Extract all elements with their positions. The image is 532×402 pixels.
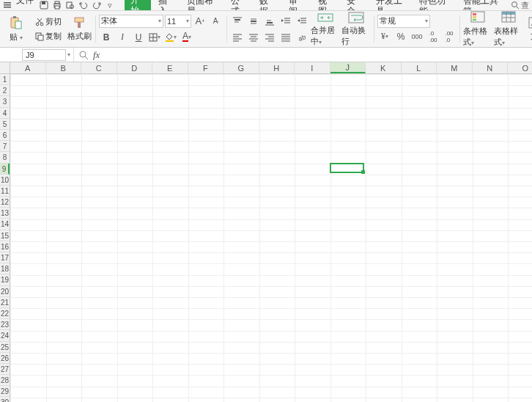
orientation-button[interactable]: ab xyxy=(295,30,309,45)
decrease-indent-button[interactable] xyxy=(295,14,309,29)
tab-smart-toolbox[interactable]: 智能工具箱 xyxy=(456,0,506,10)
fill-color-button[interactable]: ▾ xyxy=(163,30,178,45)
number-format-combo[interactable]: 常规 ▾ xyxy=(377,15,430,28)
column-header[interactable]: E xyxy=(152,62,188,73)
row-header[interactable]: 10 xyxy=(0,175,10,186)
font-name-combo[interactable]: 宋体 ▾ xyxy=(99,15,163,28)
row-header[interactable]: 25 xyxy=(0,342,10,353)
row-header[interactable]: 4 xyxy=(0,108,10,119)
tab-insert[interactable]: 插入 xyxy=(151,0,180,10)
paste-button[interactable]: 贴 ▾ xyxy=(1,12,31,46)
tab-start[interactable]: 开始 xyxy=(125,0,151,10)
increase-decimal-button[interactable]: .0.00 xyxy=(426,29,440,44)
grow-font-button[interactable]: A+ xyxy=(193,14,207,29)
row-header[interactable]: 18 xyxy=(0,263,10,274)
justify-button[interactable] xyxy=(278,30,293,45)
row-header[interactable]: 7 xyxy=(0,141,10,152)
copy-button[interactable]: 复制 xyxy=(32,30,64,43)
row-header[interactable]: 19 xyxy=(0,274,10,285)
select-all-corner[interactable] xyxy=(0,62,10,74)
row-header[interactable]: 20 xyxy=(0,286,10,297)
column-header[interactable]: N xyxy=(473,62,509,73)
tab-review[interactable]: 审阅 xyxy=(281,0,311,10)
row-header[interactable]: 27 xyxy=(0,364,10,375)
file-menu[interactable]: 文件 ▾ xyxy=(16,0,35,10)
align-top-button[interactable] xyxy=(230,14,245,29)
underline-button[interactable]: U xyxy=(131,30,146,45)
currency-button[interactable]: ¥▾ xyxy=(377,29,392,44)
name-box[interactable]: J9 xyxy=(22,49,66,61)
row-header[interactable]: 15 xyxy=(0,230,10,241)
row-header[interactable]: 17 xyxy=(0,252,10,263)
column-header[interactable]: M xyxy=(437,62,473,73)
table-style-button[interactable]: 表格样式▾ xyxy=(494,12,523,46)
column-header[interactable]: L xyxy=(402,62,437,73)
row-headers[interactable]: 1234567891011121314151617181920212223242… xyxy=(0,74,10,402)
row-header[interactable]: 8 xyxy=(0,152,10,163)
tab-security[interactable]: 安全 xyxy=(339,0,369,10)
row-header[interactable]: 1 xyxy=(0,74,10,85)
print-icon[interactable] xyxy=(53,0,62,10)
row-header[interactable]: 5 xyxy=(0,119,10,130)
column-header[interactable]: K xyxy=(366,62,402,73)
row-header[interactable]: 14 xyxy=(0,219,10,230)
comma-button[interactable]: 000 xyxy=(410,29,424,44)
row-header[interactable]: 2 xyxy=(0,85,10,96)
column-header[interactable]: F xyxy=(188,62,224,73)
align-center-button[interactable] xyxy=(246,30,261,45)
fill-handle[interactable] xyxy=(361,170,365,174)
column-header[interactable]: I xyxy=(295,62,330,73)
search-button[interactable]: 查 xyxy=(511,0,529,10)
row-header[interactable]: 29 xyxy=(0,386,10,397)
align-right-button[interactable] xyxy=(262,30,277,45)
align-bottom-button[interactable] xyxy=(262,14,277,29)
column-header[interactable]: J xyxy=(330,62,366,73)
align-left-button[interactable] xyxy=(230,30,245,45)
row-header[interactable]: 3 xyxy=(0,96,10,107)
row-header[interactable]: 13 xyxy=(0,208,10,219)
format-painter-button[interactable]: 格式刷 xyxy=(66,12,92,46)
column-header[interactable]: C xyxy=(81,62,117,73)
text-tools-button[interactable]: A 文 xyxy=(525,12,532,46)
font-color-button[interactable]: A ▾ xyxy=(180,30,194,45)
font-size-combo[interactable]: 11 ▾ xyxy=(165,15,191,28)
column-header[interactable]: G xyxy=(223,62,259,73)
wrap-text-button[interactable]: 自动换行 xyxy=(341,12,371,46)
row-header[interactable]: 21 xyxy=(0,297,10,308)
formula-input[interactable] xyxy=(104,49,528,61)
row-header[interactable]: 26 xyxy=(0,353,10,364)
app-menu-icon[interactable] xyxy=(3,0,12,10)
align-middle-button[interactable] xyxy=(246,14,261,29)
increase-indent-button[interactable] xyxy=(278,14,293,29)
row-header[interactable]: 11 xyxy=(0,186,10,197)
column-header[interactable]: H xyxy=(259,62,295,73)
row-header[interactable]: 6 xyxy=(0,130,10,141)
spreadsheet-grid[interactable]: ABCDEFGHIJKLMNO 123456789101112131415161… xyxy=(0,62,532,402)
fx-icon[interactable]: fx xyxy=(93,49,100,61)
conditional-format-button[interactable]: 条件格式▾ xyxy=(463,12,492,46)
cells-area[interactable] xyxy=(10,74,532,402)
merge-center-button[interactable]: 合并居中▾ xyxy=(311,12,340,46)
column-header[interactable]: D xyxy=(117,62,153,73)
row-header[interactable]: 24 xyxy=(0,330,10,341)
row-header[interactable]: 23 xyxy=(0,319,10,330)
border-button[interactable]: ▾ xyxy=(147,30,162,45)
cut-button[interactable]: 剪切 xyxy=(32,15,64,29)
tab-formulas[interactable]: 公式 xyxy=(223,0,253,10)
bold-button[interactable]: B xyxy=(99,30,114,45)
row-header[interactable]: 22 xyxy=(0,308,10,319)
name-box-dropdown[interactable]: ▾ xyxy=(67,51,70,58)
decrease-decimal-button[interactable]: .00.0 xyxy=(442,29,457,44)
column-header[interactable]: B xyxy=(46,62,82,73)
print-preview-icon[interactable] xyxy=(66,0,75,10)
shrink-font-button[interactable]: A- xyxy=(209,14,223,29)
tab-special[interactable]: 特色功能 xyxy=(412,0,455,10)
tab-developer[interactable]: 开发工具 xyxy=(369,0,412,10)
row-header[interactable]: 28 xyxy=(0,375,10,386)
function-wizard-icon[interactable] xyxy=(78,50,89,60)
row-header[interactable]: 16 xyxy=(0,241,10,252)
column-header[interactable]: A xyxy=(10,62,46,73)
redo-icon[interactable] xyxy=(92,0,101,10)
tab-view[interactable]: 视图 xyxy=(311,0,340,10)
row-header[interactable]: 9 xyxy=(0,164,10,175)
